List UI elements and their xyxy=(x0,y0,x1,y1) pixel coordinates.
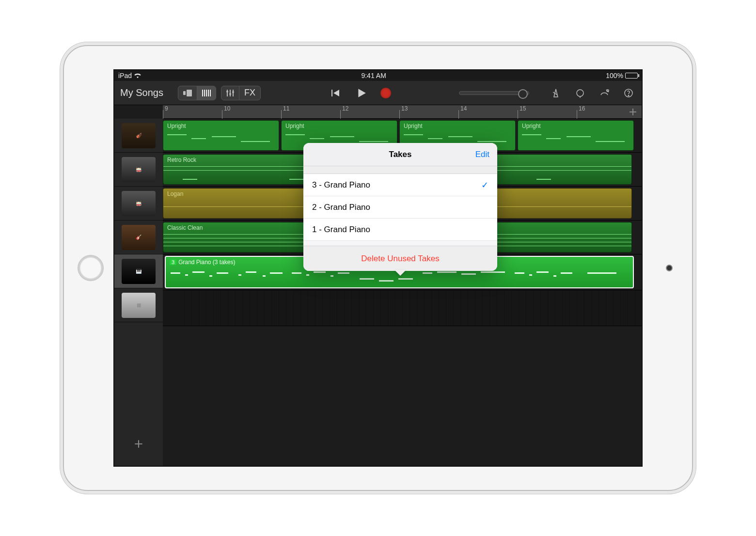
drum-kit-icon: 🥁 xyxy=(122,157,156,182)
svg-rect-13 xyxy=(331,90,332,96)
record-button[interactable] xyxy=(380,88,391,98)
svg-rect-2 xyxy=(202,90,203,96)
svg-point-20 xyxy=(628,95,629,96)
track-headers-column: 🎻 🥁 🥁 🎸 🎹 ▦ xyxy=(114,119,163,466)
status-bar: iPad 9:41 AM 100% xyxy=(114,70,642,81)
take-item[interactable]: 2 - Grand Piano xyxy=(303,196,497,219)
status-time: 9:41 AM xyxy=(361,72,386,79)
takes-list: 3 - Grand Piano✓ 2 - Grand Piano 1 - Gra… xyxy=(303,174,497,241)
svg-marker-15 xyxy=(359,89,366,97)
ipad-frame: iPad 9:41 AM 100% My Songs FX xyxy=(63,45,693,491)
svg-rect-0 xyxy=(183,91,186,95)
grand-piano-icon: 🎹 xyxy=(122,259,156,284)
ruler-mark: 9 xyxy=(165,105,168,112)
popover-title: Takes xyxy=(389,150,412,159)
guitar-icon: 🎸 xyxy=(122,225,156,250)
app-screen: iPad 9:41 AM 100% My Songs FX xyxy=(113,69,643,467)
drum-machine-icon: ▦ xyxy=(122,293,156,318)
drum-kit-icon: 🥁 xyxy=(122,191,156,216)
ruler-mark: 15 xyxy=(520,105,526,112)
take-item[interactable]: 3 - Grand Piano✓ xyxy=(303,174,497,196)
master-volume-slider[interactable] xyxy=(459,91,529,95)
svg-point-11 xyxy=(229,93,231,95)
app-toolbar: My Songs FX xyxy=(114,81,642,105)
timeline-ruler[interactable]: 9 10 11 12 13 14 15 16 xyxy=(163,105,642,119)
ruler-mark: 10 xyxy=(224,105,230,112)
svg-marker-14 xyxy=(333,90,339,96)
ruler-mark: 14 xyxy=(460,105,467,112)
svg-rect-3 xyxy=(204,90,205,96)
tracks-view-button[interactable] xyxy=(197,86,216,100)
camera-icon xyxy=(666,265,673,271)
battery-icon xyxy=(625,73,638,79)
track-header-bass[interactable]: 🎻 xyxy=(114,119,163,153)
ruler-mark: 16 xyxy=(579,105,585,112)
popover-header: Takes Edit xyxy=(303,143,497,166)
rewind-button[interactable] xyxy=(328,86,343,100)
wifi-icon xyxy=(134,73,142,79)
settings-icon[interactable] xyxy=(597,86,612,100)
track-header-drummachine[interactable]: ▦ xyxy=(114,288,163,322)
add-section-button[interactable] xyxy=(628,107,638,117)
my-songs-button[interactable]: My Songs xyxy=(120,87,163,98)
ruler-mark: 11 xyxy=(283,105,289,112)
controls-segmented-control[interactable]: FX xyxy=(221,86,261,100)
battery-percent: 100% xyxy=(606,72,623,79)
svg-rect-1 xyxy=(187,90,192,96)
popover-arrow-icon xyxy=(394,270,406,276)
device-label: iPad xyxy=(118,72,132,79)
add-track-button[interactable] xyxy=(114,427,163,461)
takes-popover: Takes Edit 3 - Grand Piano✓ 2 - Grand Pi… xyxy=(303,143,497,271)
take-item[interactable]: 1 - Grand Piano xyxy=(303,219,497,241)
home-button[interactable] xyxy=(78,255,104,281)
upright-bass-icon: 🎻 xyxy=(122,123,156,148)
delete-unused-takes-button[interactable]: Delete Unused Takes xyxy=(303,246,497,271)
browser-view-button[interactable] xyxy=(178,86,197,100)
play-button[interactable] xyxy=(354,86,369,100)
svg-point-12 xyxy=(232,91,234,93)
svg-rect-5 xyxy=(208,90,209,96)
track-header-drums-1[interactable]: 🥁 xyxy=(114,153,163,187)
track-header-drums-2[interactable]: 🥁 xyxy=(114,187,163,221)
svg-rect-4 xyxy=(206,90,207,96)
take-number-badge: 3 xyxy=(170,259,176,265)
fx-button[interactable]: FX xyxy=(239,86,260,100)
midi-region[interactable]: Upright xyxy=(163,120,279,151)
metronome-icon[interactable] xyxy=(549,86,563,100)
ruler-mark: 13 xyxy=(401,105,408,112)
edit-button[interactable]: Edit xyxy=(475,150,489,159)
track-header-piano[interactable]: 🎹 xyxy=(114,254,163,288)
checkmark-icon: ✓ xyxy=(481,180,488,190)
track-header-guitar[interactable]: 🎸 xyxy=(114,221,163,254)
view-segmented-control[interactable] xyxy=(178,86,216,100)
loop-icon[interactable] xyxy=(573,86,587,100)
mixer-button[interactable] xyxy=(221,86,239,100)
svg-point-17 xyxy=(577,90,583,96)
svg-point-10 xyxy=(226,91,228,93)
ruler-mark: 12 xyxy=(342,105,348,112)
track-row-empty[interactable] xyxy=(163,290,642,326)
midi-region[interactable]: Upright xyxy=(518,120,634,151)
svg-rect-6 xyxy=(210,90,211,96)
help-icon[interactable] xyxy=(621,86,636,100)
